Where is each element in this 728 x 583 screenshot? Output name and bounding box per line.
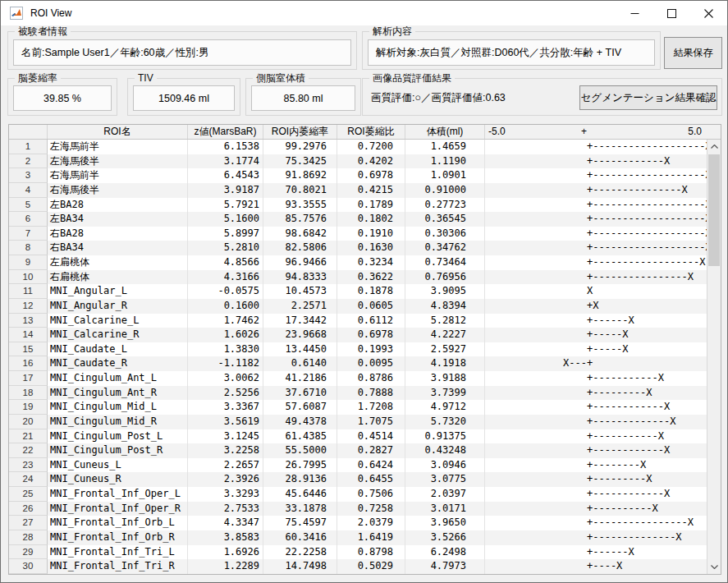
cell-volume[interactable]: 0.91375: [405, 429, 485, 444]
cell-volume[interactable]: 0.76956: [405, 270, 485, 285]
cell-row-number[interactable]: 16: [9, 356, 48, 371]
cell-roi-atrophy[interactable]: 75.4597: [263, 516, 337, 530]
segmentation-check-button[interactable]: セグメンテーション結果確認: [579, 85, 717, 110]
cell-roi-ratio[interactable]: 0.6112: [337, 314, 405, 328]
cell-volume[interactable]: 2.5927: [405, 342, 485, 357]
cell-volume[interactable]: 0.73464: [405, 255, 485, 270]
cell-row-number[interactable]: 29: [9, 545, 48, 560]
cell-volume[interactable]: 3.0171: [405, 502, 485, 516]
table-row[interactable]: 24MNI_Cuneus_R2.392628.91360.64553.0775+…: [9, 472, 707, 487]
table-row[interactable]: 10右扁桃体4.316694.83330.36220.76956+-------…: [9, 270, 707, 285]
cell-z-value[interactable]: 3.2258: [188, 443, 263, 458]
cell-z-plot[interactable]: +--------X: [485, 458, 707, 473]
cell-row-number[interactable]: 2: [9, 154, 48, 169]
cell-z-value[interactable]: 3.9187: [188, 183, 263, 198]
cell-row-number[interactable]: 4: [9, 183, 48, 198]
cell-z-plot[interactable]: +----------------X: [485, 270, 707, 285]
cell-row-number[interactable]: 17: [9, 371, 48, 386]
cell-row-number[interactable]: 7: [9, 227, 48, 241]
table-row[interactable]: 1左海馬前半6.153899.29760.72001.4659+--------…: [9, 140, 707, 154]
cell-z-plot[interactable]: +---------------X: [485, 183, 707, 198]
table-row[interactable]: 15MNI_Caudate_L1.383013.44500.19932.5927…: [9, 342, 707, 357]
cell-z-plot[interactable]: +-------------------X: [485, 212, 707, 227]
cell-z-value[interactable]: 1.6026: [188, 328, 263, 342]
table-row[interactable]: 6左BA345.160085.75760.18020.36545+-------…: [9, 212, 707, 227]
cell-z-plot[interactable]: +-----------X: [485, 371, 707, 386]
cell-z-plot[interactable]: +------------X: [485, 487, 707, 502]
cell-roi-name[interactable]: MNI_Caudate_L: [48, 342, 188, 357]
cell-row-number[interactable]: 1: [9, 140, 48, 154]
cell-z-plot[interactable]: +--------------X: [485, 530, 707, 545]
table-row[interactable]: 21MNI_Cingulum_Post_L3.124561.43850.4514…: [9, 429, 707, 444]
cell-roi-name[interactable]: 右BA28: [48, 227, 188, 241]
cell-roi-name[interactable]: MNI_Frontal_Inf_Tri_L: [48, 545, 188, 560]
cell-z-value[interactable]: 2.7533: [188, 502, 263, 516]
cell-z-plot[interactable]: +-------------------X: [485, 198, 707, 213]
cell-row-number[interactable]: 26: [9, 502, 48, 516]
cell-z-plot[interactable]: +----------X: [485, 502, 707, 516]
cell-roi-atrophy[interactable]: 55.5000: [263, 443, 337, 458]
cell-roi-ratio[interactable]: 0.1789: [337, 198, 405, 213]
cell-roi-name[interactable]: MNI_Cuneus_R: [48, 472, 188, 487]
cell-roi-atrophy[interactable]: 41.2186: [263, 371, 337, 386]
cell-roi-ratio[interactable]: 0.0605: [337, 299, 405, 314]
cell-roi-ratio[interactable]: 0.6424: [337, 458, 405, 473]
table-row[interactable]: 14MNI_Calcarine_R1.602623.96680.69784.22…: [9, 328, 707, 342]
cell-z-plot[interactable]: X: [485, 284, 707, 299]
cell-z-value[interactable]: 3.5619: [188, 415, 263, 429]
cell-roi-ratio[interactable]: 1.6419: [337, 530, 405, 545]
cell-volume[interactable]: 4.9712: [405, 400, 485, 415]
cell-z-plot[interactable]: +-----------X: [485, 429, 707, 444]
cell-volume[interactable]: 6.2498: [405, 545, 485, 560]
cell-volume[interactable]: 5.7320: [405, 415, 485, 429]
cell-roi-ratio[interactable]: 0.5029: [337, 559, 405, 574]
cell-roi-atrophy[interactable]: 23.9668: [263, 328, 337, 342]
cell-roi-ratio[interactable]: 0.8798: [337, 545, 405, 560]
cell-roi-atrophy[interactable]: 13.4450: [263, 342, 337, 357]
cell-z-value[interactable]: 5.2810: [188, 241, 263, 255]
scroll-up-button[interactable]: [707, 140, 721, 154]
cell-roi-atrophy[interactable]: 61.4385: [263, 429, 337, 444]
cell-roi-ratio[interactable]: 0.1878: [337, 284, 405, 299]
cell-z-value[interactable]: 1.6926: [188, 545, 263, 560]
cell-z-value[interactable]: 4.3347: [188, 516, 263, 530]
cell-roi-name[interactable]: MNI_Frontal_Inf_Orb_R: [48, 530, 188, 545]
table-row[interactable]: 30MNI_Frontal_Inf_Tri_R1.228914.74980.50…: [9, 559, 707, 574]
cell-z-value[interactable]: 1.2289: [188, 559, 263, 574]
cell-z-plot[interactable]: +-------------------X: [485, 168, 707, 183]
cell-z-plot[interactable]: +---------X: [485, 472, 707, 487]
cell-roi-name[interactable]: 左海馬前半: [48, 140, 188, 154]
cell-roi-ratio[interactable]: 0.3234: [337, 255, 405, 270]
table-row[interactable]: 9左扁桃体4.856696.94660.32340.73464+--------…: [9, 255, 707, 270]
cell-volume[interactable]: 2.0397: [405, 487, 485, 502]
cell-row-number[interactable]: 3: [9, 168, 48, 183]
table-row[interactable]: 11MNI_Angular_L-0.057510.45730.18783.909…: [9, 284, 707, 299]
cell-roi-name[interactable]: 左扁桃体: [48, 255, 188, 270]
cell-roi-name[interactable]: MNI_Angular_L: [48, 284, 188, 299]
cell-roi-atrophy[interactable]: 49.4378: [263, 415, 337, 429]
cell-z-value[interactable]: 2.2657: [188, 458, 263, 473]
cell-z-value[interactable]: 3.1774: [188, 154, 263, 169]
close-button[interactable]: [690, 1, 727, 25]
cell-z-value[interactable]: 4.3166: [188, 270, 263, 285]
cell-roi-ratio[interactable]: 0.0095: [337, 356, 405, 371]
cell-z-value[interactable]: 1.3830: [188, 342, 263, 357]
cell-row-number[interactable]: 5: [9, 198, 48, 213]
cell-roi-name[interactable]: MNI_Calcarine_L: [48, 314, 188, 328]
cell-volume[interactable]: 1.0901: [405, 168, 485, 183]
scrollbar-thumb[interactable]: [708, 154, 720, 266]
cell-roi-ratio[interactable]: 0.6455: [337, 472, 405, 487]
cell-z-plot[interactable]: +----X: [485, 559, 707, 574]
table-row[interactable]: 20MNI_Cingulum_Mid_R3.561949.43781.70755…: [9, 415, 707, 429]
cell-z-plot[interactable]: X---+: [485, 356, 707, 371]
cell-z-value[interactable]: -0.0575: [188, 284, 263, 299]
table-row[interactable]: 5左BA285.792193.35550.17890.27723+-------…: [9, 198, 707, 213]
cell-z-plot[interactable]: +-------------------X: [485, 227, 707, 241]
cell-volume[interactable]: 4.8394: [405, 299, 485, 314]
cell-z-value[interactable]: 5.1600: [188, 212, 263, 227]
cell-roi-name[interactable]: 右BA34: [48, 241, 188, 255]
cell-row-number[interactable]: 13: [9, 314, 48, 328]
cell-roi-ratio[interactable]: 0.3622: [337, 270, 405, 285]
cell-row-number[interactable]: 11: [9, 284, 48, 299]
cell-roi-ratio[interactable]: 0.4202: [337, 154, 405, 169]
